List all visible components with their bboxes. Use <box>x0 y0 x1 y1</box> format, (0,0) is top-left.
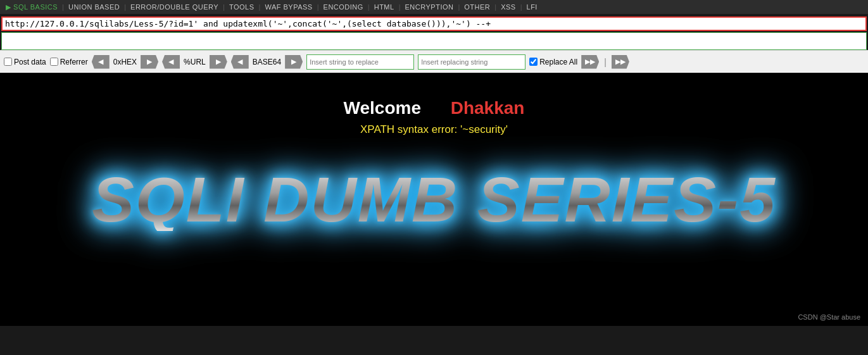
nav-item-encryption[interactable]: ENCRYPTION <box>402 3 457 11</box>
nav-item-other[interactable]: OTHER <box>461 3 493 11</box>
base64-left-arrow[interactable]: ◀ <box>231 55 249 69</box>
post-data-group: Post data <box>4 58 46 66</box>
url-label: %URL <box>184 58 206 66</box>
nav-item-error-double[interactable]: ERROR/DOUBLE QUERY <box>127 3 222 11</box>
logo-container: SQLI DUMB SERIES-5 <box>54 168 814 231</box>
green-bar <box>1 32 867 50</box>
nav-item-encoding[interactable]: ENCODING <box>320 3 367 11</box>
base64-label: BASE64 <box>253 58 281 66</box>
nav-item-lfi[interactable]: LFI <box>524 3 541 11</box>
double-right-arrow1[interactable]: ▶▶ <box>581 55 599 69</box>
hex-label: 0xHEX <box>113 58 137 66</box>
base64-right-arrow[interactable]: ▶ <box>285 55 303 69</box>
insert-replacing-input[interactable] <box>418 54 525 70</box>
xpath-error: XPATH syntax error: '~security' <box>360 123 508 136</box>
welcome-line: Welcome Dhakkan <box>344 98 525 118</box>
url-right-arrow[interactable]: ▶ <box>210 55 227 69</box>
insert-string-input[interactable] <box>306 54 414 70</box>
nav-item-waf-bypass[interactable]: WAF BYPASS <box>261 3 315 11</box>
top-nav: ▶ SQL BASICS | UNION BASED | ERROR/DOUBL… <box>0 0 868 14</box>
watermark: CSDN @Star abuse <box>798 313 860 321</box>
referrer-group: Referrer <box>50 58 88 66</box>
nav-item-xss[interactable]: XSS <box>498 3 519 11</box>
referrer-label[interactable]: Referrer <box>60 58 88 66</box>
replace-all-checkbox[interactable] <box>529 58 538 66</box>
post-data-checkbox[interactable] <box>4 58 12 66</box>
url-bar-container <box>1 16 867 31</box>
url-input[interactable] <box>5 19 863 28</box>
nav-item-tools[interactable]: TOOLS <box>226 3 258 11</box>
double-right-arrow2[interactable]: ▶▶ <box>612 55 629 69</box>
replace-all-group: Replace All <box>529 58 577 66</box>
username-text: Dhakkan <box>451 98 525 118</box>
separator-bar: | <box>604 57 607 67</box>
hex-left-arrow[interactable]: ◀ <box>92 55 110 69</box>
url-left-arrow[interactable]: ◀ <box>162 55 180 69</box>
hex-right-arrow[interactable]: ▶ <box>141 55 158 69</box>
main-content: Welcome Dhakkan XPATH syntax error: '~se… <box>0 73 868 326</box>
post-data-label[interactable]: Post data <box>14 58 46 66</box>
toolbar: Post data Referrer ◀ 0xHEX ▶ ◀ %URL ▶ ◀ … <box>0 50 868 73</box>
replace-all-label[interactable]: Replace All <box>539 58 577 66</box>
referrer-checkbox[interactable] <box>50 58 58 66</box>
nav-item-html[interactable]: HTML <box>371 3 398 11</box>
welcome-text: Welcome <box>344 98 421 118</box>
nav-item-sql-basics[interactable]: ▶ SQL BASICS <box>3 3 61 12</box>
logo-text: SQLI DUMB SERIES-5 <box>54 168 814 231</box>
nav-item-union-based[interactable]: UNION BASED <box>65 3 123 11</box>
